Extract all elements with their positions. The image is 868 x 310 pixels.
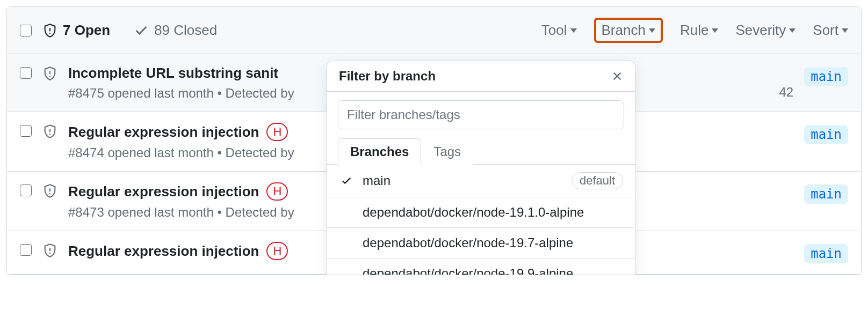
closed-filter[interactable]: 89 Closed xyxy=(134,22,217,39)
branch-search-input[interactable] xyxy=(338,100,624,129)
svg-point-3 xyxy=(49,76,50,77)
meta-fragment: 42 xyxy=(779,85,794,100)
popover-title: Filter by branch xyxy=(339,69,436,84)
branch-badge: main xyxy=(804,244,848,263)
shield-alert-icon xyxy=(42,124,57,139)
shield-alert-icon xyxy=(42,66,57,81)
svg-point-5 xyxy=(49,134,50,135)
branch-option[interactable]: main default xyxy=(327,165,635,197)
severity-pill: H xyxy=(266,242,288,260)
close-icon xyxy=(611,70,623,82)
shield-alert-icon xyxy=(42,23,57,38)
branch-filter[interactable]: Branch xyxy=(594,18,663,43)
svg-point-1 xyxy=(49,33,50,34)
branch-name: dependabot/docker/node-19.9-alpine xyxy=(363,266,623,275)
tags-tab[interactable]: Tags xyxy=(421,138,473,165)
row-checkbox[interactable] xyxy=(20,125,32,137)
rule-filter[interactable]: Rule xyxy=(680,18,718,43)
branch-name: dependabot/docker/node-19.7-alpine xyxy=(363,235,623,250)
alert-title: Regular expression injection xyxy=(68,183,259,200)
branch-option[interactable]: dependabot/docker/node-19.1.0-alpine xyxy=(327,197,635,228)
check-icon xyxy=(339,175,354,187)
severity-pill: H xyxy=(266,123,288,141)
branch-badge: main xyxy=(804,125,848,144)
chevron-down-icon xyxy=(570,28,577,33)
select-all-checkbox[interactable] xyxy=(20,25,32,36)
svg-point-9 xyxy=(49,253,50,254)
row-checkbox[interactable] xyxy=(20,244,32,256)
tool-filter[interactable]: Tool xyxy=(541,18,577,43)
alerts-header: 7 Open 89 Closed Tool Branch Rule xyxy=(7,7,861,54)
svg-point-7 xyxy=(49,193,50,194)
default-badge: default xyxy=(572,172,623,189)
chevron-down-icon xyxy=(712,28,718,33)
branch-option[interactable]: dependabot/docker/node-19.9-alpine xyxy=(327,259,635,275)
close-button[interactable] xyxy=(611,70,623,82)
branch-option[interactable]: dependabot/docker/node-19.7-alpine xyxy=(327,228,635,259)
branch-name: dependabot/docker/node-19.1.0-alpine xyxy=(363,205,623,220)
row-checkbox[interactable] xyxy=(20,184,32,196)
alert-title: Regular expression injection xyxy=(68,124,259,141)
severity-pill: H xyxy=(266,182,288,201)
chevron-down-icon xyxy=(842,28,848,33)
branch-name: main xyxy=(363,173,563,188)
open-filter[interactable]: 7 Open xyxy=(42,22,110,39)
branch-badge: main xyxy=(804,184,848,204)
branches-tab[interactable]: Branches xyxy=(338,138,421,165)
branch-filter-popover: Filter by branch Branches Tags main defa… xyxy=(327,61,635,275)
open-count: 7 Open xyxy=(63,22,110,39)
chevron-down-icon xyxy=(649,28,655,33)
chevron-down-icon xyxy=(789,28,795,33)
closed-count: 89 Closed xyxy=(154,22,217,39)
check-icon xyxy=(134,23,149,38)
shield-alert-icon xyxy=(42,243,57,258)
alert-title: Regular expression injection xyxy=(68,243,259,260)
row-checkbox[interactable] xyxy=(20,67,32,79)
shield-alert-icon xyxy=(42,183,57,198)
branch-badge: main xyxy=(804,67,848,86)
alert-title: Incomplete URL substring sanit xyxy=(68,65,278,82)
severity-filter[interactable]: Severity xyxy=(735,18,795,43)
sort-filter[interactable]: Sort xyxy=(813,18,848,43)
